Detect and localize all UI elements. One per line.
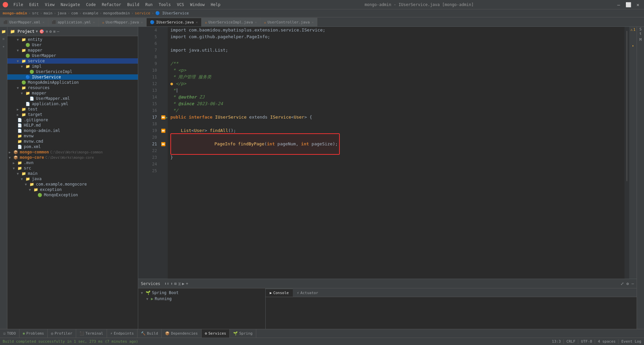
tree-item-application-yml[interactable]: 📄 application.yml (7, 101, 138, 107)
tree-item-mvnw-cmd[interactable]: 📁 mvnw.cmd (7, 139, 138, 144)
services-group[interactable]: ⊞ (174, 281, 176, 286)
tab-usermapper-java[interactable]: ☕ UserMapper.java ✕ (99, 18, 147, 26)
menu-vcs[interactable]: VCS (174, 2, 187, 8)
tab-actuator[interactable]: ⚡ Actuator (293, 289, 322, 297)
menu-view[interactable]: View (42, 2, 57, 8)
event-log[interactable]: Event Log (621, 339, 641, 344)
tree-item-mvn[interactable]: ▶ 📁 .mvn (7, 160, 138, 165)
menu-refactor[interactable]: Refactor (99, 2, 124, 8)
impl-icon-3[interactable]: ⏩ (161, 142, 166, 146)
tab-userserviceimpl-java[interactable]: ☕ UserServiceImpl.java ✕ (202, 18, 261, 26)
line-separator[interactable]: CRLF (567, 339, 576, 344)
tab-endpoints[interactable]: ⚡ Endpoints (107, 329, 138, 338)
left-icon-project[interactable]: 📁 (0, 28, 7, 35)
menu-window[interactable]: Window (187, 2, 207, 8)
tab-build[interactable]: 🔨 Build (138, 329, 162, 338)
impl-icon-2[interactable]: ⏩ (161, 129, 166, 133)
services-hide-icon[interactable]: — (632, 281, 634, 286)
tab-application-yml[interactable]: ⬛ application.yml ✕ (48, 18, 99, 26)
services-springboot[interactable]: ▼ 🌱 Spring Boot (138, 290, 265, 296)
indent[interactable]: 4 spaces (598, 339, 615, 344)
services-expand-icon[interactable]: ⤢ (621, 281, 624, 286)
right-icon-structure[interactable]: St (637, 28, 644, 35)
tree-item-test[interactable]: ▶ 📁 test (7, 107, 138, 112)
tree-item-userserviceimpl[interactable]: 🟢 UserServiceImpl (7, 69, 138, 74)
gear-icon[interactable]: ≡ (53, 29, 55, 34)
code-editor[interactable]: import com.baomidou.mybatisplus.extensio… (168, 27, 625, 279)
tree-item-target[interactable]: ▶ 📁 target (7, 112, 138, 117)
tab-problems[interactable]: Problems (19, 329, 48, 338)
tree-item-java[interactable]: ▼ 📁 java (7, 176, 138, 182)
right-icon-maven[interactable]: M (637, 36, 644, 43)
services-collapse-all[interactable]: ⬆ (170, 281, 173, 286)
tree-item-user[interactable]: 🟢 User (7, 42, 138, 48)
cursor-position[interactable]: 13:3 (552, 339, 561, 344)
tree-item-resources[interactable]: ▼ 📁 resources (7, 85, 138, 90)
tree-item-mapper[interactable]: ▼ 📁 mapper (7, 48, 138, 53)
services-run[interactable]: ▶ (182, 281, 184, 286)
hide-icon[interactable]: — (57, 29, 59, 34)
tab-profiler[interactable]: ◎ Profiler (48, 329, 76, 338)
tree-item-impl[interactable]: ▼ 📁 impl (7, 64, 138, 69)
menu-build[interactable]: Build (124, 2, 142, 8)
tree-item-help-md[interactable]: 📄 HELP.md (7, 123, 138, 128)
menu-file[interactable]: File (11, 2, 26, 8)
editor-area[interactable]: 4 5 6 7 8 9 10 11 12 13 14 15 16 17 18 1… (138, 27, 637, 329)
breadcrumb-project[interactable]: mongo-admin (3, 11, 27, 15)
menu-navigate[interactable]: Navigate (58, 2, 83, 8)
menu-code[interactable]: Code (84, 2, 99, 8)
tree-item-service[interactable]: ▼ 📁 service (7, 58, 138, 64)
maximize-button[interactable]: ⬜ (624, 2, 633, 7)
tab-iuserservice-java[interactable]: 🔵 IUserService.java ✕ (147, 18, 202, 26)
tab-dependencies[interactable]: 📦 Dependencies (162, 329, 201, 338)
warning-count[interactable]: ⚠1 (630, 27, 635, 32)
settings-icon[interactable]: ⚙ (49, 29, 52, 34)
services-tree[interactable]: ▼ 🌱 Spring Boot ▼ ▶ Running (138, 288, 266, 329)
services-expand-all[interactable]: ⬇⬇ (164, 281, 169, 286)
tree-item-mongo-common[interactable]: ▶ 📦 mongo-common C:\Devs\Works\mongo-com… (7, 149, 138, 155)
tree-item-iuserservice[interactable]: 🔵 IUserService (7, 74, 138, 80)
collapse-icon[interactable]: ⇈ (46, 29, 48, 34)
tab-console[interactable]: ▶ Console (266, 289, 293, 297)
menu-edit[interactable]: Edit (26, 2, 42, 8)
tree-item-main[interactable]: ▼ 📁 main (7, 171, 138, 176)
left-icon-favorites[interactable]: ★ (0, 43, 7, 50)
services-settings-icon[interactable]: ⚙ (627, 281, 629, 286)
tab-usercontroller-java[interactable]: ☕ UserController.java ✕ (261, 18, 318, 26)
menu-bar[interactable]: File Edit View Navigate Code Refactor Bu… (3, 2, 223, 8)
menu-help[interactable]: Help (208, 2, 223, 8)
window-controls[interactable]: — ⬜ ✕ (615, 2, 641, 7)
tab-usermapper-xml[interactable]: ⬛ UserMapper.xml ✕ (0, 18, 48, 26)
project-header-icons[interactable]: 🎯 ⇈ ⚙ ≡ — (39, 29, 59, 34)
tree-item-com-example-mongocore[interactable]: ▼ 📁 com.example.mongocore (7, 182, 138, 187)
tab-spring[interactable]: 🌱 Spring (230, 329, 256, 338)
menu-run[interactable]: Run (143, 2, 155, 8)
tab-services[interactable]: ⚙ Services (202, 329, 230, 338)
tree-item-mongo-admin-iml[interactable]: 📄 mongo-admin.iml (7, 128, 138, 133)
left-icon-structure[interactable]: ≡ (0, 36, 7, 42)
tab-terminal[interactable]: ⬛ Terminal (76, 329, 107, 338)
tab-todo[interactable]: ☑ TODO (0, 329, 19, 338)
services-add[interactable]: + (186, 281, 188, 286)
tree-item-usermapper[interactable]: 🟢 UserMapper (7, 53, 138, 58)
tree-item-mongo-core[interactable]: ▼ 📦 mongo-core C:\Devs\Works\mongo-core (7, 155, 138, 160)
impl-icon[interactable]: ⏩ (161, 115, 166, 120)
tree-item-entity[interactable]: ▼ 📁 entity (7, 37, 138, 42)
tree-item-src[interactable]: ▼ 📁 src (7, 165, 138, 171)
locate-icon[interactable]: 🎯 (39, 29, 44, 34)
project-tree[interactable]: ▼ 📁 entity 🟢 User ▼ 📁 mapper 🟢 (7, 36, 138, 329)
tree-item-exception[interactable]: ▼ 📁 exception (7, 187, 138, 192)
menu-tools[interactable]: Tools (156, 2, 173, 8)
tree-item-mongoadminapplication[interactable]: 🟢 MongoAdminApplication (7, 80, 138, 85)
services-toolbar[interactable]: ⬇⬇ ⬆ ⊞ ⧖ ▶ + (164, 281, 188, 286)
encoding[interactable]: UTF-8 (581, 339, 592, 344)
tree-item-gitignore[interactable]: 📄 .gitignore (7, 117, 138, 123)
services-filter[interactable]: ⧖ (178, 281, 181, 286)
tree-item-usermapper-xml[interactable]: 📄 UserMapper.xml (7, 96, 138, 101)
tree-item-resources-mapper[interactable]: ▼ 📁 mapper (7, 90, 138, 96)
minimize-button[interactable]: — (615, 2, 622, 7)
tree-item-mvnw[interactable]: 📁 mvnw (7, 133, 138, 139)
close-button[interactable]: ✕ (635, 2, 641, 7)
tree-item-monqoexception[interactable]: 🟢 MonqoException (7, 192, 138, 198)
tree-item-pom-xml[interactable]: 📄 pom.xml (7, 144, 138, 149)
